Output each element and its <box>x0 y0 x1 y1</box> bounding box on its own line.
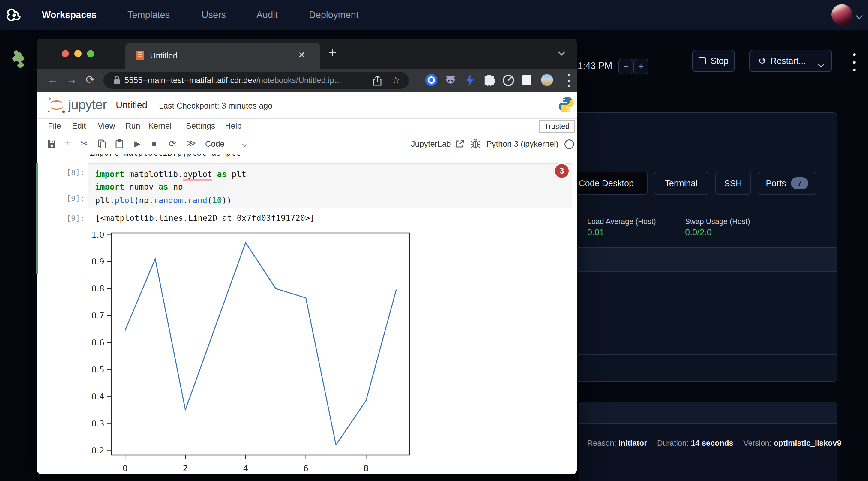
menu-edit[interactable]: Edit <box>72 122 86 131</box>
interrupt-kernel-icon[interactable]: ■ <box>152 139 157 149</box>
forward-icon[interactable]: → <box>67 73 78 86</box>
nav-item-workspaces[interactable]: Workspaces <box>42 9 97 21</box>
svg-text:0.9: 0.9 <box>91 257 104 266</box>
restart-options-chevron-icon[interactable] <box>818 59 824 69</box>
back-icon[interactable]: ← <box>48 73 58 86</box>
run-cell-icon[interactable]: ▶ <box>134 139 141 149</box>
extension-sidebar-icon[interactable] <box>523 74 531 86</box>
menu-file[interactable]: File <box>48 122 61 131</box>
menu-help[interactable]: Help <box>225 122 242 131</box>
load-average-value: 0.01 <box>587 227 604 237</box>
nav-item-templates[interactable]: Templates <box>127 9 170 21</box>
jupyterlab-link[interactable]: JupyterLab <box>411 139 451 149</box>
selected-cell-indicator <box>36 163 38 274</box>
trusted-button[interactable]: Trusted <box>539 120 575 133</box>
matplotlib-plot: 0.20.30.40.50.60.70.80.91.002468 <box>90 227 420 474</box>
jupyter-page: jupyter Untitled Last Checkpoint: 3 minu… <box>37 92 577 474</box>
top-nav-bar: Workspaces Templates Users Audit Deploym… <box>0 0 868 30</box>
copy-cells-icon[interactable] <box>98 139 106 149</box>
window-minimize-button[interactable] <box>74 50 82 57</box>
external-link-icon[interactable] <box>456 139 464 148</box>
debugger-bug-icon[interactable] <box>471 139 480 149</box>
new-tab-button[interactable]: + <box>329 45 337 60</box>
kernel-name[interactable]: Python 3 (ipykernel) <box>487 139 558 149</box>
stop-workspace-button[interactable]: Stop <box>692 50 735 72</box>
window-maximize-button[interactable] <box>87 50 94 57</box>
svg-text:8: 8 <box>364 463 369 473</box>
bookmark-star-icon[interactable]: ☆ <box>392 74 400 86</box>
menu-kernel[interactable]: Kernel <box>148 122 172 131</box>
menu-settings[interactable]: Settings <box>186 122 215 131</box>
nav-item-audit[interactable]: Audit <box>256 9 278 21</box>
reason-label: Reason: <box>587 439 616 447</box>
workspace-clock: 1:43 PM <box>578 61 612 71</box>
window-close-button[interactable] <box>62 50 69 57</box>
save-icon[interactable] <box>48 139 56 149</box>
build-info-card-header <box>580 403 837 424</box>
tab-ssh[interactable]: SSH <box>715 171 751 195</box>
svg-text:4: 4 <box>243 463 248 473</box>
address-bar[interactable]: 5555--main--test--matifali.atif.cdr.dev/… <box>103 72 409 89</box>
clipped-previous-cell: import matplotlib.pyplot as plt <box>89 154 359 158</box>
output-text: [<matplotlib.lines.Line2D at 0x7fd03f191… <box>95 213 315 223</box>
cell-type-chevron-icon[interactable] <box>243 142 247 147</box>
extension-github-icon[interactable] <box>444 74 457 87</box>
extension-bolt-icon[interactable] <box>465 74 475 88</box>
reload-icon[interactable]: ⟳ <box>86 73 95 86</box>
jupyter-wordmark[interactable]: jupyter <box>68 97 107 113</box>
extension-gauge-icon[interactable] <box>502 74 515 88</box>
code-cell-9[interactable]: plt.plot(np.random.rand(10)) <box>88 190 572 208</box>
version-value[interactable]: optimistic_liskov9 <box>774 439 841 447</box>
insert-cell-icon[interactable]: + <box>64 137 70 149</box>
browser-menu-kebab-icon[interactable] <box>567 74 570 87</box>
workspace-menu-kebab-icon[interactable] <box>848 52 860 72</box>
svg-text:6: 6 <box>303 463 308 473</box>
menu-view[interactable]: View <box>98 122 115 131</box>
jupyter-menu-bar: File Edit View Run Kernel Settings Help … <box>37 119 577 135</box>
notebook-title[interactable]: Untitled <box>116 100 147 111</box>
tab-close-icon[interactable]: ✕ <box>298 50 305 60</box>
puzzle-piece-icon[interactable] <box>8 48 32 72</box>
paste-cells-icon[interactable] <box>115 139 124 149</box>
run-all-icon[interactable]: ≫ <box>186 137 196 149</box>
share-icon[interactable] <box>373 75 382 86</box>
notification-badge[interactable]: 3 <box>554 163 570 179</box>
browser-tab-strip: Untitled ✕ + <box>37 39 577 69</box>
chevron-down-icon[interactable] <box>857 13 862 20</box>
cell-prompt: [8]: <box>67 168 85 177</box>
coder-logo-icon[interactable] <box>5 6 24 25</box>
extension-1password-icon[interactable] <box>425 74 437 86</box>
duration-label: Duration: <box>657 439 689 447</box>
browser-tab[interactable]: Untitled ✕ <box>125 43 320 69</box>
svg-text:1.0: 1.0 <box>91 230 104 239</box>
url-path: /notebooks/Untitled.ip... <box>256 76 341 85</box>
zoom-out-button[interactable]: − <box>618 59 633 74</box>
svg-text:2: 2 <box>183 463 188 473</box>
screen: Workspaces Templates Users Audit Deploym… <box>0 0 868 481</box>
user-avatar[interactable] <box>831 4 852 25</box>
url-host: 5555--main--test--matifali.atif.cdr.dev <box>124 76 256 85</box>
zoom-in-button[interactable]: + <box>633 59 648 74</box>
checkpoint-status: Last Checkpoint: 3 minutes ago <box>159 101 272 111</box>
nav-item-users[interactable]: Users <box>202 9 226 21</box>
cell-prompt: [9]: <box>67 194 85 203</box>
duration-value: 14 seconds <box>691 439 733 447</box>
url-text: 5555--main--test--matifali.atif.cdr.dev/… <box>124 76 341 85</box>
jupyter-toolbar: + ✂ ▶ ■ ⟳ ≫ Code JupyterLab <box>37 135 577 155</box>
cell-type-dropdown[interactable]: Code <box>205 139 225 149</box>
nav-item-deployment[interactable]: Deployment <box>309 9 359 21</box>
browser-profile-avatar[interactable] <box>541 74 553 86</box>
svg-text:0.7: 0.7 <box>91 311 104 320</box>
tab-search-chevron-icon[interactable] <box>559 50 564 56</box>
restart-kernel-icon[interactable]: ⟳ <box>168 138 176 149</box>
cut-cells-icon[interactable]: ✂ <box>81 138 88 149</box>
tab-ports[interactable]: Ports 7 <box>757 171 816 195</box>
output-prompt: [9]: <box>67 214 85 223</box>
python-logo-icon <box>558 96 575 114</box>
restart-workspace-button[interactable]: ↺ Restart... <box>749 50 832 72</box>
restart-icon: ↺ <box>758 56 766 66</box>
tab-terminal[interactable]: Terminal <box>654 171 708 195</box>
swap-usage-value: 0.0/2.0 <box>685 227 712 237</box>
menu-run[interactable]: Run <box>125 122 141 131</box>
extensions-puzzle-icon[interactable] <box>484 74 495 87</box>
